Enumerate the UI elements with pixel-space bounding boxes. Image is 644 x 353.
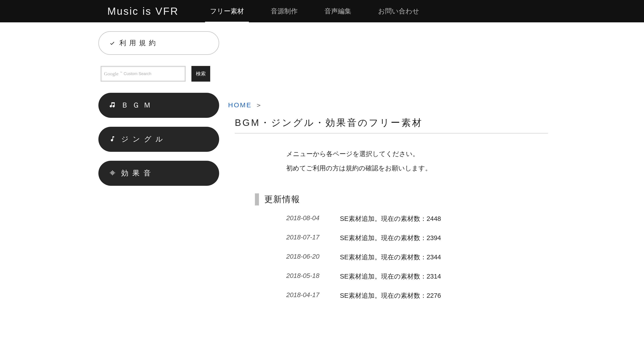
site-logo[interactable]: Music is VFR [107, 5, 179, 17]
breadcrumb-separator: ＞ [255, 101, 262, 109]
sidebar-item-label: 効果音 [121, 168, 155, 178]
header: Music is VFR フリー素材音源制作音声編集お問い合わせ [0, 0, 644, 22]
update-desc: SE素材追加。現在の素材数：2448 [340, 214, 441, 223]
update-heading: 更新情報 [255, 194, 604, 206]
update-row: 2018-05-18SE素材追加。現在の素材数：2314 [286, 272, 604, 281]
nav-item-2[interactable]: 音声編集 [311, 0, 365, 23]
intro-line-2: 初めてご利用の方は規約の確認をお願いします。 [286, 161, 604, 176]
music-note-double-icon [109, 102, 116, 109]
update-date: 2018-06-20 [286, 253, 326, 262]
update-heading-text: 更新情報 [264, 194, 300, 205]
update-list: 2018-08-04SE素材追加。現在の素材数：24482018-07-17SE… [286, 214, 604, 300]
sidebar-item-label: ジングル [121, 134, 167, 144]
search-placeholder-tail: Custom Search [124, 72, 152, 76]
terms-button[interactable]: 利用規約 [98, 31, 219, 55]
tm-text: ™ [120, 71, 122, 74]
update-desc: SE素材追加。現在の素材数：2314 [340, 272, 441, 281]
sidebar-item-0[interactable]: ＢＧＭ [98, 93, 219, 118]
sound-wave-icon [109, 170, 116, 177]
update-row: 2018-08-04SE素材追加。現在の素材数：2448 [286, 214, 604, 223]
breadcrumb: HOME ＞ [228, 100, 604, 110]
top-nav: フリー素材音源制作音声編集お問い合わせ [196, 0, 433, 23]
update-desc: SE素材追加。現在の素材数：2394 [340, 234, 441, 242]
breadcrumb-home-link[interactable]: HOME [228, 101, 252, 109]
intro-text: メニューから各ページを選択してください。 初めてご利用の方は規約の確認をお願いし… [286, 147, 604, 176]
terms-label: 利用規約 [120, 38, 159, 48]
update-date: 2018-04-17 [286, 291, 326, 300]
main-content: HOME ＞ BGM・ジングル・効果音のフリー素材 メニューから各ページを選択し… [228, 31, 644, 310]
sidebar-item-label: ＢＧＭ [121, 100, 155, 110]
check-icon [110, 40, 115, 46]
page-title: BGM・ジングル・効果音のフリー素材 [235, 116, 548, 134]
sidebar: 利用規約 Google™ Custom Search 検索 ＢＧＭジングル効果音 [98, 31, 219, 310]
sidebar-item-1[interactable]: ジングル [98, 127, 219, 152]
search-row: Google™ Custom Search 検索 [98, 66, 219, 82]
update-desc: SE素材追加。現在の素材数：2344 [340, 253, 441, 262]
intro-line-1: メニューから各ページを選択してください。 [286, 147, 604, 161]
update-row: 2018-07-17SE素材追加。現在の素材数：2394 [286, 234, 604, 242]
heading-bar-decoration [255, 194, 259, 206]
update-row: 2018-06-20SE素材追加。現在の素材数：2344 [286, 253, 604, 262]
update-date: 2018-07-17 [286, 234, 326, 242]
update-date: 2018-08-04 [286, 214, 326, 223]
nav-item-3[interactable]: お問い合わせ [365, 0, 433, 23]
music-note-icon [109, 136, 116, 143]
update-date: 2018-05-18 [286, 272, 326, 281]
layout: 利用規約 Google™ Custom Search 検索 ＢＧＭジングル効果音… [0, 22, 644, 310]
update-row: 2018-04-17SE素材追加。現在の素材数：2276 [286, 291, 604, 300]
update-desc: SE素材追加。現在の素材数：2276 [340, 291, 441, 300]
nav-item-1[interactable]: 音源制作 [258, 0, 311, 23]
sidebar-item-2[interactable]: 効果音 [98, 161, 219, 186]
search-button[interactable]: 検索 [192, 66, 210, 82]
search-input[interactable]: Google™ Custom Search [100, 66, 186, 82]
nav-item-0[interactable]: フリー素材 [196, 0, 258, 23]
google-brand-text: Google [104, 71, 118, 77]
